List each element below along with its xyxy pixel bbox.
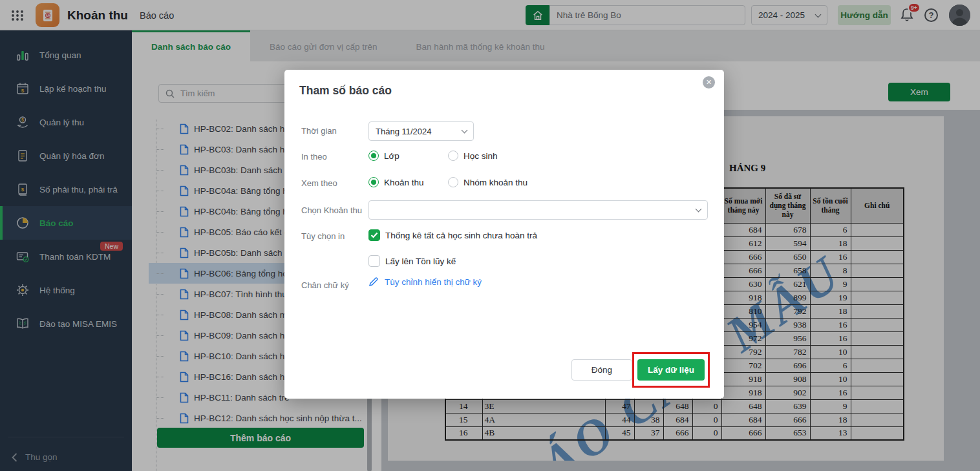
- chevron-down-icon: [462, 127, 468, 134]
- fee-select-label: Chọn Khoản thu: [301, 205, 362, 215]
- time-select[interactable]: Tháng 11/2024: [368, 121, 474, 141]
- radio-nhom-khoan-thu[interactable]: Nhóm khoản thu: [448, 177, 527, 187]
- close-icon[interactable]: ✕: [703, 76, 715, 89]
- chevron-down-icon: [696, 206, 702, 213]
- radio-label: Nhóm khoản thu: [463, 178, 527, 187]
- signature-customize-link[interactable]: Tùy chỉnh hiển thị chữ ký: [368, 277, 482, 287]
- radio-khoan-thu[interactable]: Khoản thu: [368, 177, 424, 187]
- radio-icon: [448, 151, 458, 161]
- print-options-label: Tùy chọn in: [301, 231, 345, 241]
- radio-label: Khoản thu: [384, 178, 424, 187]
- fee-select[interactable]: [368, 200, 708, 220]
- time-label: Thời gian: [301, 126, 337, 136]
- view-by-label: Xem theo: [301, 178, 337, 188]
- radio-selected-icon: [368, 177, 379, 187]
- checkbox-checked-icon: [368, 229, 380, 241]
- print-by-label: In theo: [301, 152, 327, 162]
- radio-selected-icon: [368, 151, 379, 161]
- signature-link-text: Tùy chỉnh hiển thị chữ ký: [385, 277, 482, 287]
- radio-label: Lớp: [384, 151, 399, 161]
- radio-icon: [448, 177, 458, 187]
- checkbox-thong-ke[interactable]: Thống kê tất cả học sinh chưa hoàn trả: [368, 229, 537, 241]
- checkbox-ton-luy-ke[interactable]: Lấy lên Tồn lũy kế: [368, 255, 456, 267]
- checkbox-label: Thống kê tất cả học sinh chưa hoàn trả: [385, 231, 537, 240]
- radio-label: Học sinh: [463, 151, 498, 161]
- time-value: Tháng 11/2024: [376, 127, 432, 136]
- modal-title: Tham số báo cáo: [299, 84, 392, 98]
- pencil-icon: [368, 277, 379, 287]
- checkbox-label: Lấy lên Tồn lũy kế: [385, 256, 456, 266]
- get-data-button[interactable]: Lấy dữ liệu: [637, 359, 705, 381]
- close-button[interactable]: Đóng: [571, 359, 632, 381]
- radio-lop[interactable]: Lớp: [368, 151, 399, 161]
- radio-hoc-sinh[interactable]: Học sinh: [448, 151, 498, 161]
- report-params-modal: Tham số báo cáo ✕ Thời gian Tháng 11/202…: [284, 70, 724, 399]
- signature-label: Chân chữ ký: [301, 280, 349, 290]
- checkbox-icon: [368, 255, 380, 267]
